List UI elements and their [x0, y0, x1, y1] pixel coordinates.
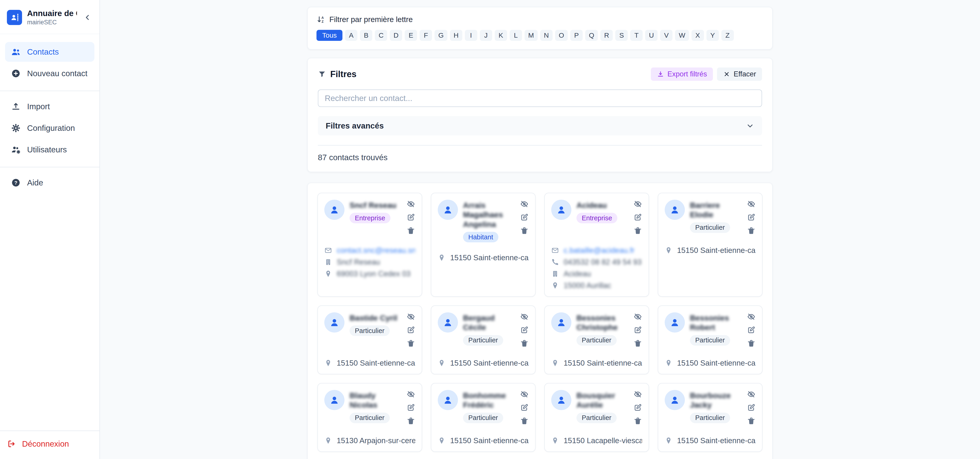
- contact-card-header: Blaudy NicolasParticulier: [324, 390, 415, 425]
- letter-filter-r[interactable]: R: [600, 30, 613, 41]
- building-icon: [324, 258, 332, 266]
- letter-filter-f[interactable]: F: [420, 30, 432, 41]
- app-logo: [7, 10, 22, 25]
- delete-contact-button[interactable]: [747, 339, 756, 348]
- sidebar-item-nouveau-contact[interactable]: Nouveau contact: [5, 64, 94, 83]
- letter-filter-o[interactable]: O: [555, 30, 568, 41]
- hide-contact-button[interactable]: [520, 312, 529, 321]
- edit-contact-button[interactable]: [633, 403, 642, 412]
- letter-filter-b[interactable]: B: [360, 30, 372, 41]
- edit-contact-button[interactable]: [747, 213, 756, 222]
- letter-filter-a[interactable]: A: [345, 30, 357, 41]
- hide-contact-button[interactable]: [520, 390, 529, 399]
- letter-filter-x[interactable]: X: [692, 30, 704, 41]
- export-filtered-button[interactable]: Export filtrés: [651, 67, 713, 81]
- letter-filter-n[interactable]: N: [540, 30, 553, 41]
- sidebar-item-aide[interactable]: ?Aide: [5, 173, 94, 192]
- advanced-filters-toggle[interactable]: Filtres avancés: [318, 116, 762, 135]
- hide-contact-button[interactable]: [747, 390, 756, 399]
- edit-contact-button[interactable]: [407, 213, 415, 222]
- delete-contact-button[interactable]: [520, 416, 529, 425]
- user-icon: [556, 317, 566, 328]
- contact-detail-pin: 15150 Lacapelle-viescamp: [551, 436, 642, 445]
- sidebar-item-utilisateurs[interactable]: Utilisateurs: [5, 140, 94, 159]
- letter-filter-y[interactable]: Y: [706, 30, 719, 41]
- edit-contact-button[interactable]: [747, 403, 756, 412]
- delete-contact-button[interactable]: [633, 226, 642, 235]
- avatar: [324, 312, 345, 332]
- pin-icon: [438, 359, 445, 367]
- edit-contact-button[interactable]: [520, 326, 529, 334]
- hide-contact-button[interactable]: [520, 200, 529, 208]
- contact-detail-text[interactable]: c.bataille@acideau.fr: [563, 246, 635, 255]
- delete-contact-button[interactable]: [633, 339, 642, 348]
- letter-filter-i[interactable]: I: [465, 30, 477, 41]
- delete-contact-button[interactable]: [520, 226, 529, 235]
- search-input[interactable]: [318, 89, 762, 107]
- eye-off-icon: [633, 390, 642, 399]
- hide-contact-button[interactable]: [407, 390, 415, 399]
- edit-icon: [520, 213, 529, 222]
- delete-contact-button[interactable]: [407, 226, 415, 235]
- letter-filter-v[interactable]: V: [660, 30, 673, 41]
- delete-contact-button[interactable]: [747, 416, 756, 425]
- edit-contact-button[interactable]: [407, 403, 415, 412]
- letter-filter-s[interactable]: S: [615, 30, 628, 41]
- edit-contact-button[interactable]: [520, 403, 529, 412]
- contact-detail-text[interactable]: contact.snc@reseau.sncf.fr: [337, 246, 415, 255]
- edit-contact-button[interactable]: [633, 326, 642, 334]
- contact-type-badge: Particulier: [690, 413, 730, 423]
- letter-filter-k[interactable]: K: [495, 30, 507, 41]
- delete-contact-button[interactable]: [747, 226, 756, 235]
- logout-button[interactable]: Déconnexion: [7, 439, 69, 448]
- letter-filter-j[interactable]: J: [480, 30, 492, 41]
- letter-filter-d[interactable]: D: [390, 30, 402, 41]
- filters-header: Filtres Export filtrés Effacer: [318, 67, 762, 81]
- hide-contact-button[interactable]: [747, 200, 756, 208]
- letter-filter-l[interactable]: L: [510, 30, 522, 41]
- delete-contact-button[interactable]: [407, 416, 415, 425]
- mail-icon: [551, 246, 559, 254]
- mail-icon: [324, 246, 332, 254]
- letter-filter-z[interactable]: Z: [721, 30, 734, 41]
- sidebar-item-contacts[interactable]: Contacts: [5, 42, 94, 62]
- edit-contact-button[interactable]: [633, 213, 642, 222]
- hide-contact-button[interactable]: [407, 200, 415, 208]
- letter-filter-tous[interactable]: Tous: [317, 30, 342, 41]
- trash-icon: [747, 416, 756, 425]
- contact-type-badge: Particulier: [463, 413, 503, 423]
- letter-filter-e[interactable]: E: [405, 30, 417, 41]
- edit-contact-button[interactable]: [520, 213, 529, 222]
- hide-contact-button[interactable]: [747, 312, 756, 321]
- letter-filter-h[interactable]: H: [450, 30, 462, 41]
- letter-filter-c[interactable]: C: [375, 30, 387, 41]
- edit-contact-button[interactable]: [747, 326, 756, 334]
- delete-contact-button[interactable]: [520, 339, 529, 348]
- delete-contact-button[interactable]: [407, 339, 415, 348]
- contact-card-details: 15150 Lacapelle-viescamp: [551, 436, 642, 445]
- clear-filters-button[interactable]: Effacer: [717, 67, 762, 81]
- sidebar-collapse-button[interactable]: [82, 12, 93, 23]
- download-icon: [657, 70, 664, 78]
- hide-contact-button[interactable]: [407, 312, 415, 321]
- delete-contact-button[interactable]: [633, 416, 642, 425]
- contact-identity: Barriere ElodieParticulier: [690, 200, 742, 235]
- contact-card: Sncf ReseauEntreprisecontact.snc@reseau.…: [317, 193, 422, 297]
- letter-filter-t[interactable]: T: [630, 30, 643, 41]
- edit-contact-button[interactable]: [407, 326, 415, 334]
- hide-contact-button[interactable]: [633, 390, 642, 399]
- hide-contact-button[interactable]: [633, 200, 642, 208]
- contact-card-header: Bergaud CécileParticulier: [438, 312, 529, 348]
- letter-filter-g[interactable]: G: [434, 30, 447, 41]
- letter-filter-p[interactable]: P: [570, 30, 583, 41]
- letter-filter-m[interactable]: M: [525, 30, 538, 41]
- sidebar-item-configuration[interactable]: Configuration: [5, 118, 94, 138]
- contact-identity: Bessonies ChristopheParticulier: [576, 312, 628, 348]
- letter-filter-w[interactable]: W: [675, 30, 689, 41]
- letter-filter-q[interactable]: Q: [585, 30, 598, 41]
- sidebar-item-import[interactable]: Import: [5, 97, 94, 116]
- contact-detail-text: 15130 Arpajon-sur-cere: [337, 436, 415, 445]
- letter-filter-u[interactable]: U: [645, 30, 657, 41]
- contact-type-badge: Entreprise: [576, 213, 617, 223]
- hide-contact-button[interactable]: [633, 312, 642, 321]
